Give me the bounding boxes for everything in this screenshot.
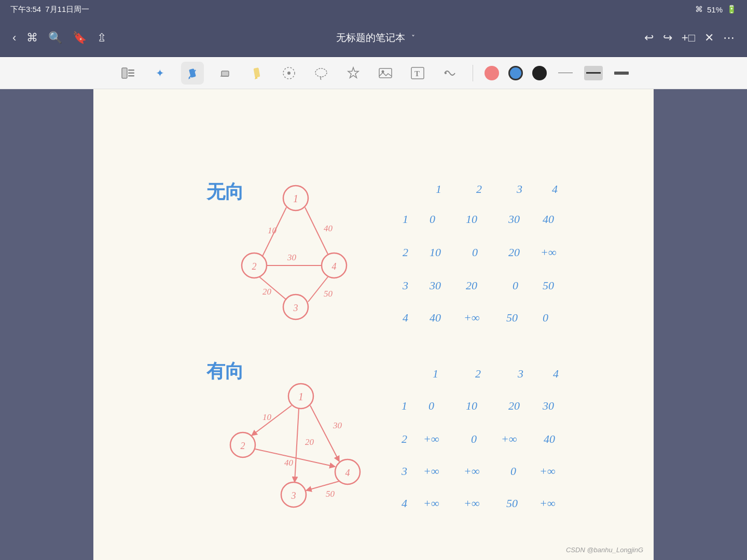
svg-text:3: 3 — [516, 183, 522, 195]
highlighter-tool-button[interactable] — [245, 62, 268, 85]
grid-button[interactable]: ⌘ — [26, 31, 38, 45]
svg-text:40: 40 — [430, 311, 441, 324]
svg-text:10: 10 — [430, 246, 441, 259]
undo-button[interactable]: ↩ — [644, 31, 654, 45]
bookmark-button[interactable]: 🔖 — [73, 31, 87, 45]
svg-text:30: 30 — [429, 279, 441, 292]
svg-rect-1 — [128, 69, 134, 71]
svg-line-71 — [295, 409, 299, 482]
svg-line-27 — [305, 207, 328, 254]
line-medium-button[interactable] — [584, 66, 603, 80]
svg-text:0: 0 — [510, 465, 516, 478]
svg-line-67 — [252, 405, 292, 436]
svg-text:+∞: +∞ — [464, 311, 480, 324]
lasso-tool-button[interactable] — [310, 62, 333, 85]
svg-text:3: 3 — [401, 465, 407, 478]
svg-text:2: 2 — [476, 183, 482, 195]
svg-text:4: 4 — [332, 261, 337, 272]
svg-point-21 — [283, 295, 308, 319]
add-page-button[interactable]: +□ — [682, 31, 695, 45]
svg-text:1: 1 — [433, 367, 438, 380]
svg-line-29 — [259, 277, 286, 300]
svg-point-61 — [230, 432, 255, 457]
share-button[interactable]: ⇫ — [97, 31, 106, 45]
svg-text:0: 0 — [471, 432, 477, 445]
svg-text:+∞: +∞ — [423, 432, 439, 445]
svg-point-17 — [283, 186, 308, 211]
svg-text:3: 3 — [293, 303, 298, 313]
svg-text:20: 20 — [466, 279, 477, 292]
svg-point-16 — [445, 72, 447, 74]
drawing-toolbar: ✦ T — [0, 57, 747, 89]
dropdown-icon[interactable]: ˅ — [411, 34, 415, 42]
svg-point-10 — [315, 68, 327, 77]
svg-text:+∞: +∞ — [540, 465, 556, 478]
svg-text:0: 0 — [428, 399, 434, 412]
svg-text:0: 0 — [430, 213, 435, 226]
image-tool-button[interactable] — [374, 62, 397, 85]
svg-text:4: 4 — [553, 367, 559, 380]
svg-text:+∞: +∞ — [423, 497, 439, 510]
canvas-page[interactable]: 1 2 3 4 10 40 — [93, 89, 654, 560]
svg-text:2: 2 — [241, 441, 245, 451]
svg-text:40: 40 — [543, 213, 554, 226]
svg-text:50: 50 — [326, 489, 335, 499]
svg-text:无向: 无向 — [206, 181, 244, 202]
status-bar: 下午3:54 7月11日周一 ⌘ 51% 🔋 — [0, 0, 747, 19]
svg-text:20: 20 — [262, 287, 272, 297]
watermark: CSDN @banhu_LongjinG — [566, 546, 643, 554]
svg-line-25 — [262, 207, 286, 256]
svg-text:0: 0 — [472, 246, 478, 259]
bluetooth-button[interactable]: ✦ — [149, 62, 172, 85]
color-blue-button[interactable] — [508, 66, 523, 80]
date: 7月11日周一 — [45, 5, 89, 15]
svg-text:+∞: +∞ — [501, 432, 517, 445]
svg-line-69 — [310, 405, 339, 461]
svg-text:2: 2 — [475, 367, 481, 380]
svg-line-73 — [255, 449, 335, 467]
svg-text:50: 50 — [506, 497, 518, 510]
more-options-button[interactable]: ⋯ — [723, 31, 735, 45]
close-button[interactable]: ✕ — [704, 31, 714, 45]
svg-text:1: 1 — [402, 399, 407, 412]
svg-text:1: 1 — [298, 391, 303, 402]
color-pink-button[interactable] — [485, 66, 499, 80]
svg-text:10: 10 — [466, 213, 477, 226]
pen-tool-button[interactable] — [181, 62, 204, 85]
color-black-button[interactable] — [532, 66, 547, 80]
svg-text:20: 20 — [508, 246, 520, 259]
time: 下午3:54 — [10, 5, 41, 15]
svg-text:40: 40 — [544, 432, 555, 445]
more-tools-button[interactable] — [438, 62, 461, 85]
text-tool-button[interactable]: T — [406, 62, 429, 85]
svg-point-65 — [335, 459, 360, 484]
shape-tool-button[interactable] — [342, 62, 365, 85]
svg-text:2: 2 — [402, 432, 407, 445]
line-thick-button[interactable] — [612, 66, 631, 80]
divider — [473, 65, 473, 81]
svg-text:有向: 有向 — [206, 361, 244, 382]
search-button[interactable]: 🔍 — [48, 31, 62, 45]
svg-text:3: 3 — [517, 367, 523, 380]
back-button[interactable]: ‹ — [12, 31, 16, 45]
selector-tool-button[interactable] — [278, 62, 300, 85]
svg-rect-2 — [128, 72, 134, 74]
svg-text:10: 10 — [466, 399, 477, 412]
main-toolbar: ‹ ⌘ 🔍 🔖 ⇫ 无标题的笔记本 ˅ ↩ ↪ +□ ✕ ⋯ — [0, 19, 747, 57]
toolbar-center: 无标题的笔记本 ˅ — [336, 31, 415, 45]
svg-text:+∞: +∞ — [464, 465, 480, 478]
canvas-content: 1 2 3 4 10 40 — [93, 89, 654, 560]
sidebar-toggle-button[interactable] — [117, 62, 140, 85]
svg-text:1: 1 — [436, 183, 441, 195]
svg-text:+∞: +∞ — [464, 497, 480, 510]
redo-button[interactable]: ↪ — [663, 31, 672, 45]
line-thin-button[interactable] — [556, 66, 575, 80]
battery-icon: 🔋 — [727, 5, 737, 14]
svg-line-33 — [308, 277, 328, 302]
svg-text:4: 4 — [552, 183, 558, 195]
svg-text:4: 4 — [403, 311, 408, 324]
eraser-tool-button[interactable] — [213, 62, 236, 85]
status-right: ⌘ 51% 🔋 — [695, 5, 737, 14]
svg-text:3: 3 — [291, 491, 296, 501]
svg-text:30: 30 — [333, 421, 342, 430]
